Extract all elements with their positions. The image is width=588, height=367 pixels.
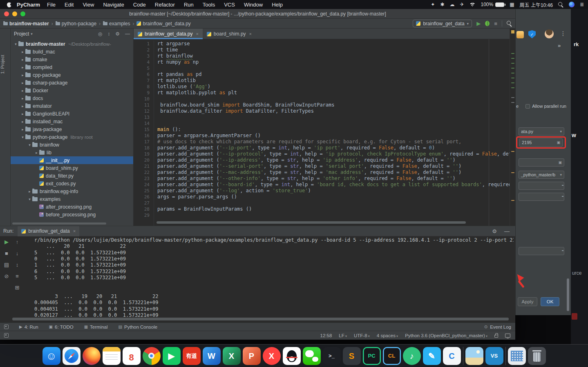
tree-item-cpp-package[interactable]: ▸cpp-package [11, 71, 133, 79]
tree-item-Docker[interactable]: ▸Docker [11, 87, 133, 94]
restore-layout-icon[interactable]: ▤ [4, 262, 9, 268]
wifi-icon[interactable] [470, 2, 476, 7]
screen-reader-icon[interactable] [505, 334, 510, 338]
dock-app-excel[interactable]: X [223, 347, 241, 365]
tree-arrow-icon[interactable]: ▸ [20, 65, 25, 69]
collapse-all-icon[interactable]: ↕ [107, 31, 110, 37]
console-horizontal-scrollbar[interactable] [12, 318, 509, 320]
locate-file-icon[interactable]: ◎ [98, 31, 102, 37]
tree-arrow-icon[interactable]: ▸ [20, 104, 25, 108]
menu-help[interactable]: Help [267, 2, 287, 8]
shield-icon[interactable]: ✓ [528, 30, 536, 38]
tree-item-examples[interactable]: ▾examples [11, 195, 133, 203]
editor-tab-board_shim.py[interactable]: board_shim.py× [203, 29, 256, 39]
toolwindow-tab-todo[interactable]: ▣ 6: TODO [49, 325, 74, 329]
tree-arrow-icon[interactable]: ▸ [20, 50, 25, 54]
tree-item-cmake[interactable]: ▸cmake [11, 56, 133, 63]
debug-button[interactable] [485, 21, 490, 26]
menu-vcs[interactable]: VCS [219, 2, 239, 8]
interpreter-options-field[interactable] [519, 182, 564, 190]
tree-item-docs[interactable]: ▸docs [11, 94, 133, 102]
dock-app-preview[interactable] [465, 347, 483, 365]
toolwindow-tab-python-console[interactable]: ▤ Python Console [118, 325, 158, 329]
dock-app-sublime-text[interactable]: S [343, 347, 361, 365]
line-ending-widget[interactable]: LF [339, 333, 347, 338]
dock-app-qq[interactable] [283, 347, 301, 365]
search-everywhere-icon[interactable] [507, 21, 512, 26]
breadcrumb-item[interactable]: brainflow-master [3, 21, 49, 27]
editor-error-stripe[interactable] [510, 29, 515, 226]
gear-icon[interactable]: ⚙ [115, 31, 120, 37]
run-tab[interactable]: brainflow_get_data × [18, 226, 79, 236]
event-log-button[interactable]: ⊙ Event Log [484, 325, 511, 329]
close-icon[interactable]: × [249, 31, 252, 36]
paw-icon[interactable]: ✱ [440, 2, 444, 7]
dock-app-terminal[interactable]: >_ [323, 347, 341, 365]
menu-refactor[interactable]: Refactor [150, 2, 179, 8]
menu-code[interactable]: Code [129, 2, 150, 8]
tree-item-build_mac[interactable]: ▸build_mac [11, 48, 133, 56]
dock-app-safari[interactable] [63, 347, 80, 365]
tree-arrow-icon[interactable]: ▸ [20, 81, 25, 85]
dock-app-clion[interactable]: CL [383, 347, 401, 365]
tree-item-compiled[interactable]: ▸compiled [11, 63, 133, 71]
app-badge-icon[interactable] [516, 31, 524, 38]
hide-panel-icon[interactable]: — [125, 31, 130, 37]
menu-tools[interactable]: Tools [198, 2, 219, 8]
tree-arrow-icon[interactable]: ▸ [27, 189, 32, 194]
input-source-icon[interactable]: ▦ [510, 2, 514, 7]
menu-window[interactable]: Window [239, 2, 267, 8]
breadcrumb-item[interactable]: brainflow_get_data.py [136, 21, 190, 27]
tree-arrow-icon[interactable]: ▸ [34, 151, 39, 155]
path-mappings-field[interactable] [519, 247, 564, 255]
toolwindow-tab-run[interactable]: ▶ 4: Run [19, 325, 38, 329]
rerun-button[interactable]: ▶ [4, 239, 9, 245]
dock-app-word[interactable]: W [203, 347, 221, 365]
tree-item-installed_mac[interactable]: ▸installed_mac [11, 118, 133, 125]
dock-app-c-app[interactable]: C [443, 347, 461, 365]
avatar[interactable] [545, 29, 554, 38]
breadcrumb-item[interactable]: python-package [56, 21, 96, 27]
expand-field-icon[interactable]: ▣ [558, 160, 562, 165]
dock-app-calendar[interactable]: 8 [123, 347, 141, 365]
apple-menu-icon[interactable] [7, 2, 12, 7]
project-horizontal-scrollbar[interactable] [12, 222, 106, 225]
working-directory-field[interactable] [519, 193, 564, 201]
tree-arrow-icon[interactable]: ▾ [20, 135, 25, 139]
tree-item-brainflow-master[interactable]: ▾brainflow-master~/Desktop/brainflow- [11, 40, 133, 48]
scroll-to-end-icon[interactable]: ↕ [16, 262, 19, 268]
menu-edit[interactable]: Edit [60, 2, 78, 8]
tree-arrow-icon[interactable]: ▸ [20, 73, 25, 77]
editor-tab-brainflow_get_data.py[interactable]: brainflow_get_data.py× [134, 29, 203, 39]
tree-item-before_processing.png[interactable]: before_processing.png [11, 211, 133, 218]
dock-app-keyboard-app[interactable] [508, 347, 526, 365]
tree-item-__init__.py[interactable]: __init__.py [11, 156, 133, 164]
script-path-field[interactable]: ata.py ▾ [519, 127, 564, 136]
editor-gutter[interactable]: 1234567891011121314151617181920212223242… [134, 41, 154, 226]
tree-item-after_processing.png[interactable]: after_processing.png [11, 203, 133, 211]
menu-file[interactable]: File [42, 2, 60, 8]
dock-app-finder[interactable] [42, 347, 60, 365]
control-center-icon[interactable]: ≣ [580, 2, 584, 7]
tree-item-data_filter.py[interactable]: data_filter.py [11, 172, 133, 180]
editor-code-lines[interactable]: rt argparsert timert brainflowrt numpy a… [157, 41, 510, 218]
gear-icon[interactable]: ⚙ [492, 228, 497, 234]
dock-app-video-app[interactable]: ▶ [163, 347, 181, 365]
dock-app-youdao-dict[interactable]: 有道 [183, 347, 201, 365]
console-output[interactable]: r/bin/python /Users/lujie/Desktop/brainf… [34, 237, 514, 317]
clear-console-icon[interactable]: ⊘ [4, 273, 9, 279]
toolwindow-quick-access-icon[interactable] [4, 325, 9, 329]
dock-app-wechat[interactable] [303, 347, 321, 365]
parameters-field[interactable]: 2195 ▣ [519, 138, 563, 147]
lock-icon[interactable] [494, 335, 498, 338]
tree-item-brainflow[interactable]: ▾brainflow [11, 141, 133, 149]
zoom-window-button[interactable] [20, 11, 25, 16]
minimize-window-button[interactable] [12, 11, 17, 16]
close-icon[interactable]: × [73, 229, 76, 234]
stop-button[interactable]: ■ [494, 20, 497, 27]
environment-field[interactable]: ▣ [519, 158, 564, 167]
telegram-icon[interactable]: ✈ [460, 2, 464, 7]
tree-item-java-package[interactable]: ▸java-package [11, 125, 133, 133]
tree-arrow-icon[interactable]: ▸ [20, 89, 25, 93]
interpreter-combo[interactable]: _python_master/b ▾ [519, 171, 564, 179]
